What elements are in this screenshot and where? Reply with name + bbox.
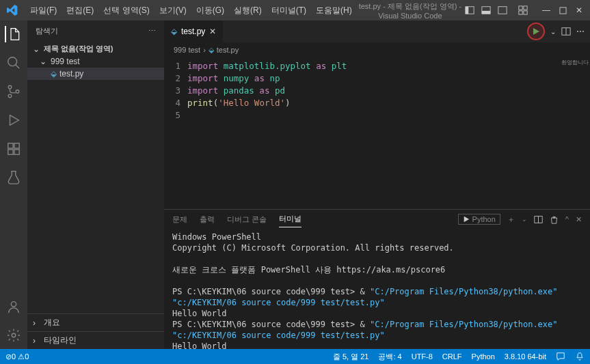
python-file-icon: ⬙ (171, 27, 177, 36)
split-terminal-icon[interactable] (534, 215, 543, 224)
run-debug-icon[interactable] (5, 112, 22, 128)
maximize-panel-icon[interactable]: ^ (565, 215, 569, 223)
panel-tabs: 문제 출력 디버그 콘솔 터미널 Python ＋ ⌄ ^ ✕ (164, 210, 590, 229)
menu-item[interactable]: 실행(R) (230, 2, 266, 19)
more-icon[interactable]: ⋯ (148, 27, 156, 36)
chevron-right-icon: › (203, 46, 206, 54)
notifications-icon[interactable] (575, 352, 585, 361)
customize-layout-icon[interactable] (518, 5, 528, 16)
close-icon[interactable]: ✕ (574, 5, 585, 16)
menu-item[interactable]: 편집(E) (62, 2, 98, 19)
timeline-panel[interactable]: › 타임라인 (27, 331, 164, 349)
menu-item[interactable]: 파일(F) (26, 2, 61, 19)
run-button[interactable] (527, 23, 545, 40)
code-editor[interactable]: 12345 import matplotlib.pyplot as pltimp… (164, 57, 590, 209)
svg-line-11 (16, 65, 20, 69)
activitybar (0, 20, 27, 349)
accounts-icon[interactable] (5, 298, 22, 315)
split-editor-icon[interactable] (561, 27, 571, 36)
svg-point-20 (11, 302, 16, 307)
code-content[interactable]: import matplotlib.pyplot as pltimport nu… (187, 57, 549, 209)
breadcrumb[interactable]: 999 test › ⬙ test.py (164, 42, 590, 57)
line-gutter: 12345 (164, 57, 187, 209)
window-title: test.py - 제목 없음(작업 영역) - Visual Studio C… (359, 1, 461, 20)
new-terminal-dropdown-icon[interactable]: ⌄ (522, 216, 527, 223)
editor-tabs: ⬙ test.py ✕ ⌄ ⋯ (164, 20, 590, 42)
feedback-icon[interactable] (556, 352, 565, 361)
menu-item[interactable]: 선택 영역(S) (99, 2, 153, 19)
sidebar-header: 탐색기 ⋯ (27, 20, 164, 41)
status-eol[interactable]: CRLF (442, 352, 462, 361)
tab-terminal[interactable]: 터미널 (279, 211, 301, 227)
sidebar-title: 탐색기 (36, 26, 58, 36)
outline-label: 개요 (44, 317, 60, 328)
svg-rect-15 (8, 143, 13, 148)
panel: 문제 출력 디버그 콘솔 터미널 Python ＋ ⌄ ^ ✕ Wind (164, 209, 590, 349)
sidebar-explorer: 탐색기 ⋯ ⌄ 제목 없음(작업 영역) ⌄ 999 test ⬙ test.p… (27, 20, 164, 349)
terminal-profile-label: Python (472, 215, 496, 223)
svg-point-12 (8, 85, 12, 89)
source-control-icon[interactable] (5, 83, 22, 100)
tab-output[interactable]: 출력 (200, 212, 215, 227)
run-dropdown-icon[interactable]: ⌄ (550, 28, 556, 36)
file-name: test.py (59, 69, 83, 79)
chevron-right-icon: › (33, 336, 41, 346)
breadcrumb-file[interactable]: test.py (217, 46, 239, 54)
search-icon[interactable] (5, 55, 22, 71)
menu-item[interactable]: 보기(V) (155, 2, 191, 19)
workspace-header[interactable]: ⌄ 제목 없음(작업 영역) (27, 42, 164, 55)
minimap[interactable]: 환영합니다 (549, 57, 590, 209)
terminal-output[interactable]: Windows PowerShellCopyright (C) Microsof… (164, 229, 590, 349)
close-panel-icon[interactable]: ✕ (576, 215, 582, 224)
minimize-icon[interactable]: — (541, 5, 552, 16)
outline-panel[interactable]: › 개요 (27, 313, 164, 331)
chevron-down-icon: ⌄ (33, 44, 41, 54)
editor-area: ⬙ test.py ✕ ⌄ ⋯ 999 test › ⬙ test.py 123… (164, 20, 590, 349)
status-interpreter[interactable]: 3.8.10 64-bit (505, 352, 546, 361)
svg-rect-17 (14, 150, 19, 154)
kill-terminal-icon[interactable] (550, 215, 559, 224)
chevron-right-icon: › (33, 318, 41, 328)
panel-left-icon[interactable] (464, 5, 475, 16)
panel-right-icon[interactable] (497, 5, 508, 16)
menu-item[interactable]: 도움말(H) (312, 2, 356, 19)
svg-rect-7 (519, 11, 522, 14)
status-errors[interactable]: ⊘0 ⚠0 (5, 352, 29, 361)
svg-point-10 (8, 57, 17, 66)
workspace-name: 제목 없음(작업 영역) (44, 44, 113, 54)
editor-tab[interactable]: ⬙ test.py ✕ (164, 20, 223, 42)
panel-bottom-icon[interactable] (481, 5, 492, 16)
status-encoding[interactable]: UTF-8 (412, 352, 433, 361)
svg-rect-4 (498, 7, 507, 14)
extensions-icon[interactable] (5, 141, 22, 157)
status-cursor[interactable]: 줄 5, 열 21 (333, 352, 369, 362)
explorer-icon[interactable] (5, 26, 21, 42)
chevron-down-icon: ⌄ (40, 57, 48, 66)
svg-point-13 (8, 94, 12, 98)
terminal-profile-dropdown[interactable]: Python (458, 214, 500, 225)
maximize-icon[interactable] (557, 5, 568, 16)
svg-rect-5 (519, 6, 522, 10)
status-lang[interactable]: Python (472, 352, 495, 361)
tab-label: test.py (181, 27, 205, 36)
tab-problems[interactable]: 문제 (172, 212, 187, 227)
menu-item[interactable]: 이동(G) (192, 2, 228, 19)
settings-gear-icon[interactable] (5, 327, 22, 344)
warning-count-icon: ⚠ (18, 352, 25, 361)
titlebar: 파일(F)편집(E)선택 영역(S)보기(V)이동(G)실행(R)터미널(T)도… (0, 0, 590, 20)
folder-row[interactable]: ⌄ 999 test (27, 55, 164, 68)
tab-debug-console[interactable]: 디버그 콘솔 (227, 212, 267, 227)
close-tab-icon[interactable]: ✕ (209, 27, 216, 36)
folder-name: 999 test (51, 57, 80, 66)
new-terminal-icon[interactable]: ＋ (507, 214, 515, 225)
menu-item[interactable]: 터미널(T) (267, 2, 310, 19)
svg-rect-8 (524, 11, 527, 14)
more-actions-icon[interactable]: ⋯ (576, 27, 585, 36)
file-row[interactable]: ⬙ test.py (27, 68, 164, 80)
breadcrumb-folder[interactable]: 999 test (174, 46, 200, 54)
status-spaces[interactable]: 공백: 4 (378, 352, 401, 362)
svg-rect-1 (466, 7, 468, 14)
error-count: 0 (12, 352, 16, 361)
svg-point-14 (16, 90, 19, 94)
testing-icon[interactable] (5, 169, 22, 186)
